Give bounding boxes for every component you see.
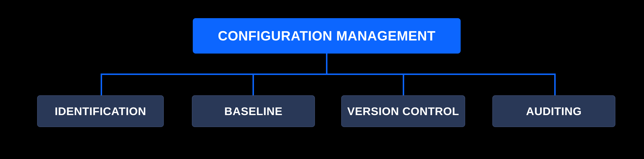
child-node-label: AUDITING: [526, 105, 582, 118]
child-node-label: IDENTIFICATION: [55, 105, 146, 118]
root-node-configuration-management: CONFIGURATION MANAGEMENT: [193, 18, 461, 54]
org-chart-diagram: CONFIGURATION MANAGEMENT IDENTIFICATION …: [0, 0, 644, 159]
connector-child-4: [554, 73, 556, 95]
connector-child-1: [101, 73, 102, 95]
root-node-label: CONFIGURATION MANAGEMENT: [218, 28, 436, 44]
connector-child-2: [252, 73, 254, 95]
connector-root-down: [326, 54, 328, 73]
child-node-auditing: AUDITING: [492, 95, 616, 127]
child-node-baseline: BASELINE: [192, 95, 315, 127]
child-node-version-control: VERSION CONTROL: [341, 95, 465, 127]
child-node-identification: IDENTIFICATION: [37, 95, 164, 127]
child-node-label: VERSION CONTROL: [347, 105, 459, 118]
connector-child-3: [403, 73, 404, 95]
connector-horizontal: [101, 73, 556, 75]
child-node-label: BASELINE: [224, 105, 282, 118]
